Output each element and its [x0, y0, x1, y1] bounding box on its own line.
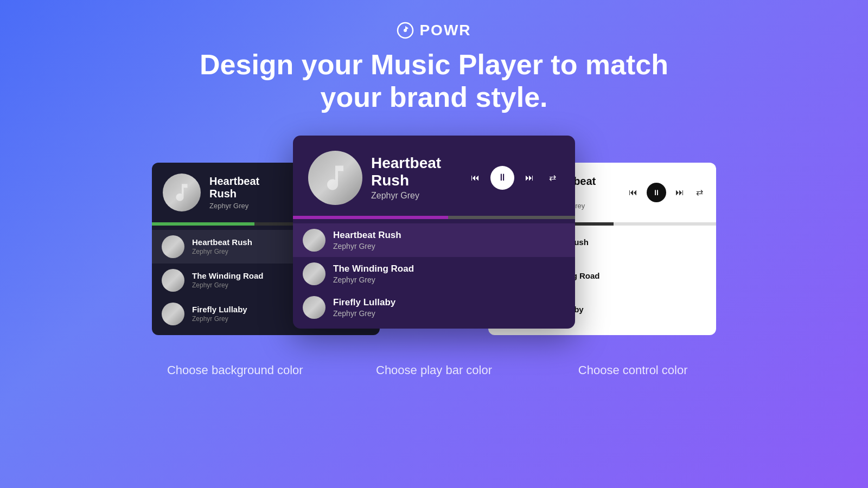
light-shuffle-btn[interactable]: ⇄ — [693, 187, 705, 198]
purple-shuffle-btn[interactable]: ⇄ — [545, 170, 560, 185]
purple-track-title: Heartbeat Rush — [371, 155, 459, 189]
purple-pause-icon: ⏸ — [497, 172, 507, 183]
purple-playlist-item-3[interactable]: Firefly Lullaby Zephyr Grey — [293, 291, 575, 324]
svg-point-1 — [404, 29, 407, 32]
footer-label-bar: Choose play bar color — [335, 363, 534, 377]
purple-track-info: Heartbeat Rush Zephyr Grey — [371, 155, 459, 201]
purple-track-artist: Zephyr Grey — [371, 191, 459, 201]
purple-track3-title: Firefly Lullaby — [333, 297, 565, 308]
purple-playlist: Heartbeat Rush Zephyr Grey The Winding R… — [293, 219, 575, 329]
purple-track1-artist: Zephyr Grey — [333, 242, 565, 251]
purple-track2-info: The Winding Road Zephyr Grey — [333, 264, 565, 284]
purple-track2-artist: Zephyr Grey — [333, 275, 565, 284]
purple-track3-art — [303, 296, 326, 319]
purple-track1-art — [303, 229, 326, 252]
purple-track3-artist: Zephyr Grey — [333, 309, 565, 318]
purple-next-btn[interactable]: ⏭ — [522, 170, 537, 185]
dark-track1-art — [162, 235, 184, 258]
light-prev-btn[interactable]: ⏮ — [627, 187, 639, 198]
purple-track3-info: Firefly Lullaby Zephyr Grey — [333, 297, 565, 318]
dark-track2-art — [162, 269, 184, 292]
dark-track-title: Heartbeat Rush — [209, 175, 282, 200]
light-pause-icon: ⏸ — [653, 188, 660, 197]
player-purple: Heartbeat Rush Zephyr Grey ⏮ ⏸ ⏭ ⇄ Heart… — [293, 136, 575, 329]
header: POWR Design your Music Player to match y… — [200, 22, 668, 114]
purple-track1-info: Heartbeat Rush Zephyr Grey — [333, 230, 565, 251]
light-next-btn[interactable]: ⏭ — [674, 187, 686, 198]
logo-row: POWR — [397, 22, 471, 39]
players-container: Heartbeat Rush Zephyr Grey ⏮ ⏸ ⏭ ⇄ Heart… — [136, 136, 732, 342]
purple-track2-title: The Winding Road — [333, 264, 565, 274]
powr-logo-icon — [397, 22, 414, 39]
purple-track2-art — [303, 262, 326, 285]
light-controls: ⏮ ⏸ ⏭ ⇄ — [627, 183, 705, 202]
headline: Design your Music Player to match your b… — [200, 49, 668, 114]
footer-label-bg: Choose background color — [136, 363, 335, 377]
purple-play-btn[interactable]: ⏸ — [490, 166, 514, 190]
dark-track-info: Heartbeat Rush Zephyr Grey — [209, 175, 282, 210]
footer-label-ctrl: Choose control color — [533, 363, 732, 377]
logo-text: POWR — [419, 22, 471, 39]
light-play-btn[interactable]: ⏸ — [647, 183, 666, 202]
dark-track-artist: Zephyr Grey — [209, 202, 282, 210]
purple-album-art — [308, 151, 362, 205]
dark-progress-fill — [152, 222, 254, 226]
footer-labels: Choose background color Choose play bar … — [136, 363, 732, 377]
purple-controls: ⏮ ⏸ ⏭ ⇄ — [468, 166, 560, 190]
purple-playlist-item-2[interactable]: The Winding Road Zephyr Grey — [293, 257, 575, 291]
purple-now-playing: Heartbeat Rush Zephyr Grey ⏮ ⏸ ⏭ ⇄ — [293, 136, 575, 216]
purple-track1-title: Heartbeat Rush — [333, 230, 565, 241]
purple-playlist-item-1[interactable]: Heartbeat Rush Zephyr Grey — [293, 223, 575, 257]
dark-track3-art — [162, 303, 184, 325]
purple-prev-btn[interactable]: ⏮ — [468, 170, 483, 185]
purple-progress-bar[interactable] — [293, 216, 575, 219]
purple-progress-fill — [293, 216, 448, 219]
dark-album-art — [163, 174, 201, 211]
